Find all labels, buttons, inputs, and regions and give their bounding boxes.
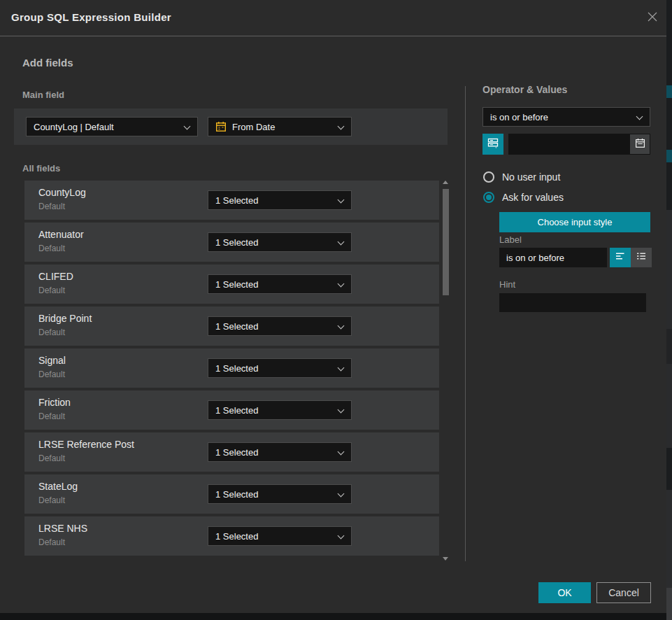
field-selected-value: 1 Selected [215, 321, 258, 332]
field-selected-value: 1 Selected [215, 447, 258, 458]
field-row-countylog: CountyLog Default 1 Selected [24, 181, 439, 220]
field-selected-dropdown[interactable]: 1 Selected [208, 190, 352, 210]
scrollbar-up-arrow[interactable] [443, 181, 448, 184]
field-selected-value: 1 Selected [215, 363, 258, 374]
add-fields-heading: Add fields [22, 57, 73, 69]
field-selected-dropdown[interactable]: 1 Selected [208, 316, 352, 336]
radio-no-user-input[interactable]: No user input [483, 171, 560, 183]
field-row-clifed: CLIFED Default 1 Selected [24, 265, 439, 304]
field-type: Default [38, 369, 65, 379]
main-field-select-value: From Date [232, 122, 275, 132]
main-layer-select[interactable]: CountyLog | Default [26, 117, 198, 136]
field-type: Default [38, 202, 65, 211]
field-type: Default [38, 286, 65, 295]
field-selected-dropdown[interactable]: 1 Selected [208, 274, 352, 294]
background-app-edge [666, 0, 672, 620]
field-selected-value: 1 Selected [215, 531, 258, 542]
calendar-icon [635, 138, 645, 151]
list-icon [636, 251, 647, 265]
radio-ask-for-values[interactable]: Ask for values [483, 192, 564, 203]
operator-values-panel: Operator & Values is on or before [482, 0, 652, 613]
field-selected-value: 1 Selected [215, 489, 258, 500]
chevron-down-icon [184, 123, 191, 130]
list-input-style-button[interactable] [631, 248, 652, 267]
chevron-down-icon [338, 407, 345, 414]
field-selected-dropdown[interactable]: 1 Selected [208, 400, 352, 420]
cancel-button[interactable]: Cancel [596, 582, 651, 603]
field-name: Bridge Point [38, 313, 92, 324]
field-row-friction: Friction Default 1 Selected [24, 390, 439, 430]
chevron-down-icon [338, 323, 345, 330]
field-name: LRSE Reference Post [38, 439, 134, 450]
field-type: Default [38, 327, 65, 337]
field-row-statelog: StateLog Default 1 Selected [24, 474, 439, 514]
chevron-down-icon [636, 113, 643, 120]
hint-input[interactable] [499, 293, 646, 312]
list-scrollbar[interactable] [441, 178, 451, 563]
main-field-label: Main field [22, 90, 64, 100]
chevron-down-icon [338, 365, 345, 372]
radio-circle-unselected [483, 171, 494, 183]
chevron-down-icon [338, 281, 345, 288]
field-type: Default [38, 411, 65, 421]
field-row-attenuator: Attenuator Default 1 Selected [24, 223, 439, 262]
unique-values-button[interactable] [482, 134, 503, 155]
radio-ask-for-values-label: Ask for values [502, 192, 564, 203]
field-row-lrse-reference-post: LRSE Reference Post Default 1 Selected [24, 432, 439, 472]
input-style-toggle [610, 248, 652, 267]
field-type: Default [38, 537, 65, 547]
field-name: Signal [38, 355, 66, 366]
stacked-values-icon [487, 136, 499, 152]
date-picker-button[interactable] [630, 134, 650, 154]
main-field-select[interactable]: From Date [208, 117, 352, 136]
label-input[interactable] [499, 248, 607, 267]
main-field-panel: CountyLog | Default From Date [14, 108, 448, 145]
field-row-lrse-nhs: LRSE NHS Default 1 Selected [24, 516, 439, 556]
scrollbar-thumb[interactable] [443, 189, 449, 295]
field-selected-dropdown[interactable]: 1 Selected [208, 484, 352, 504]
chevron-down-icon [338, 197, 345, 204]
field-name: CLIFED [38, 271, 73, 282]
field-selected-value: 1 Selected [215, 279, 258, 290]
calendar-icon [215, 121, 227, 132]
main-layer-select-value: CountyLog | Default [34, 122, 114, 132]
all-fields-list: CountyLog Default 1 Selected Attenuator … [24, 181, 439, 556]
ok-button[interactable]: OK [538, 582, 591, 603]
text-input-style-button[interactable] [610, 248, 631, 267]
field-type: Default [38, 495, 65, 505]
dialog-title: Group SQL Expression Builder [11, 11, 171, 23]
field-selected-dropdown[interactable]: 1 Selected [208, 442, 352, 462]
field-name: Attenuator [38, 229, 84, 240]
operator-select[interactable]: is on or before [482, 107, 650, 127]
align-left-icon [615, 251, 626, 265]
field-row-bridge-point: Bridge Point Default 1 Selected [24, 307, 439, 346]
field-selected-value: 1 Selected [215, 405, 258, 416]
chevron-down-icon [338, 449, 345, 456]
chevron-down-icon [338, 239, 345, 246]
field-selected-dropdown[interactable]: 1 Selected [208, 358, 352, 378]
hint-field-label: Hint [499, 279, 515, 290]
operator-values-label: Operator & Values [482, 84, 567, 95]
field-name: StateLog [38, 481, 78, 492]
field-selected-value: 1 Selected [215, 195, 258, 206]
field-type: Default [38, 453, 65, 463]
scrollbar-down-arrow[interactable] [443, 557, 448, 561]
choose-input-style-button[interactable]: Choose input style [499, 212, 650, 232]
all-fields-label: All fields [22, 163, 60, 174]
chevron-down-icon [338, 533, 345, 540]
operator-select-value: is on or before [490, 112, 548, 122]
field-selected-dropdown[interactable]: 1 Selected [208, 232, 352, 252]
group-sql-expression-builder-dialog: Group SQL Expression Builder Add fields … [0, 0, 666, 613]
field-selected-dropdown[interactable]: 1 Selected [208, 526, 352, 546]
value-input[interactable] [508, 134, 650, 155]
field-selected-value: 1 Selected [215, 237, 258, 248]
chevron-down-icon [338, 491, 345, 498]
field-name: Friction [38, 397, 71, 408]
chevron-down-icon [338, 123, 345, 130]
field-name: CountyLog [38, 187, 86, 198]
field-row-signal: Signal Default 1 Selected [24, 348, 439, 388]
radio-no-user-input-label: No user input [502, 171, 560, 183]
field-name: LRSE NHS [38, 523, 87, 534]
field-type: Default [38, 244, 65, 253]
panel-divider [465, 86, 466, 561]
